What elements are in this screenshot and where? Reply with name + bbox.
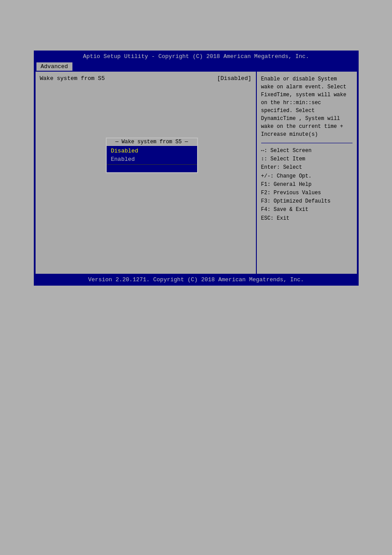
- left-panel: Wake system from S5 [Disabled] — Wake sy…: [36, 72, 256, 274]
- key-f3: F3: Optimized Defaults: [261, 197, 352, 206]
- setting-row-wake[interactable]: Wake system from S5 [Disabled]: [40, 75, 252, 82]
- key-change-opt: +/-: Change Opt.: [261, 172, 352, 181]
- tab-row: Advanced: [35, 62, 358, 71]
- right-panel: Enable or disable System wake on alarm e…: [256, 72, 357, 274]
- keys-section: ↔: Select Screen ↕: Select Item Enter: S…: [261, 147, 352, 223]
- popup-option-enabled[interactable]: Enabled: [107, 155, 197, 163]
- divider: [261, 143, 352, 143]
- key-select-screen: ↔: Select Screen: [261, 147, 352, 155]
- key-f1: F1: General Help: [261, 181, 352, 189]
- setting-value-wake: [Disabled]: [217, 75, 251, 82]
- title-text: Aptio Setup Utility - Copyright (C) 2018…: [83, 53, 309, 60]
- popup-box: — Wake system from S5 — Disabled Enabled: [106, 138, 198, 173]
- footer-bar: Version 2.20.1271. Copyright (C) 2018 Am…: [35, 275, 358, 285]
- key-esc: ESC: Exit: [261, 214, 352, 223]
- footer-text: Version 2.20.1271. Copyright (C) 2018 Am…: [88, 276, 304, 283]
- key-enter: Enter: Select: [261, 163, 352, 172]
- key-f4: F4: Save & Exit: [261, 206, 352, 214]
- key-select-item: ↕: Select Item: [261, 155, 352, 163]
- popup-title: — Wake system from S5 —: [107, 138, 197, 146]
- popup-option-disabled[interactable]: Disabled: [107, 147, 197, 155]
- title-bar: Aptio Setup Utility - Copyright (C) 2018…: [35, 51, 358, 62]
- bios-container: Aptio Setup Utility - Copyright (C) 2018…: [34, 51, 359, 286]
- setting-label-wake: Wake system from S5: [40, 75, 105, 82]
- popup-title-text: — Wake system from S5 —: [115, 139, 188, 145]
- popup-items: Disabled Enabled: [107, 146, 197, 164]
- tab-advanced[interactable]: Advanced: [36, 62, 72, 71]
- help-text: Enable or disable System wake on alarm e…: [261, 75, 352, 138]
- main-area: Wake system from S5 [Disabled] — Wake sy…: [35, 71, 358, 275]
- key-f2: F2: Previous Values: [261, 189, 352, 197]
- popup-dialog: — Wake system from S5 — Disabled Enabled: [106, 138, 198, 173]
- popup-bottom-bar: [107, 164, 197, 172]
